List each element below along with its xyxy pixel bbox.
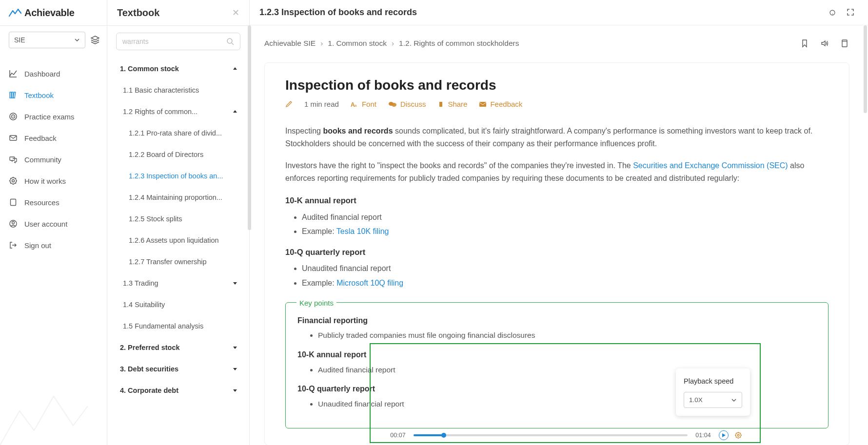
nav-feedback[interactable]: Feedback <box>0 127 107 149</box>
breadcrumb-item[interactable]: 1. Common stock <box>328 39 387 48</box>
nav-label: Textbook <box>24 91 54 99</box>
brand-text: Achievable <box>24 7 75 19</box>
audio-player-bar: 00:07 01:04 <box>388 430 742 440</box>
main-content: 1.2.3 Inspection of books and records Ac… <box>250 0 868 445</box>
volume-icon[interactable] <box>820 39 829 48</box>
close-icon[interactable]: ✕ <box>232 7 239 18</box>
discuss-link[interactable]: Discuss <box>388 100 426 108</box>
tree-node-label: 1.2.3 Inspection of books an... <box>129 172 237 180</box>
paragraph: Inspecting books and records sounds comp… <box>285 125 829 150</box>
play-button[interactable] <box>719 430 729 440</box>
tree-node-label: 2. Preferred stock <box>120 344 233 351</box>
document-icon <box>9 198 20 207</box>
article-card: Inspection of books and records 1 min re… <box>264 62 849 445</box>
speed-select[interactable]: 1.0X <box>684 392 742 408</box>
breadcrumb-item[interactable]: Achievable SIE <box>264 39 316 48</box>
sec-link[interactable]: Securities and Exchange Commission (SEC) <box>633 161 788 170</box>
tree-node[interactable]: 1. Common stock <box>107 58 249 79</box>
book-icon[interactable] <box>841 39 848 48</box>
list-item: Audited financial report <box>302 211 829 224</box>
caret-down-icon[interactable] <box>233 345 237 350</box>
tree-node-label: 1.4 Suitability <box>123 301 237 309</box>
tree-node-label: 3. Debt securities <box>120 365 233 373</box>
svg-point-31 <box>737 434 739 436</box>
edit-icon[interactable] <box>285 100 293 108</box>
caret-down-icon[interactable] <box>233 388 237 393</box>
tree-node[interactable]: 1.5 Fundamental analysis <box>107 315 249 337</box>
nav-how-it-works[interactable]: How it works <box>0 170 107 192</box>
svg-marker-29 <box>722 433 726 437</box>
brand-logo: Achievable <box>0 0 107 25</box>
settings-icon[interactable] <box>734 431 742 439</box>
tree-node[interactable]: 1.2.2 Board of Directors <box>107 144 249 165</box>
bookmark-icon[interactable] <box>801 39 809 48</box>
nav-user-account[interactable]: User account <box>0 213 107 234</box>
svg-marker-17 <box>233 282 237 285</box>
tree-node[interactable]: 1.2.6 Assets upon liquidation <box>107 230 249 251</box>
svg-point-13 <box>227 39 232 43</box>
breadcrumb-item[interactable]: 1.2. Rights of common stockholders <box>399 39 519 48</box>
kp-heading: 10-K annual report <box>297 348 816 361</box>
envelope-icon <box>479 101 487 107</box>
nav-label: Dashboard <box>24 70 60 78</box>
nav-sign-out[interactable]: Sign out <box>0 234 107 256</box>
tree-scroll[interactable]: 1. Common stock1.1 Basic characteristics… <box>107 54 249 445</box>
caret-down-icon[interactable] <box>233 367 237 371</box>
microsoft-link[interactable]: Microsoft 10Q filing <box>336 279 403 287</box>
list-item: Publicly traded companies must file ongo… <box>318 329 816 342</box>
search-input-wrap[interactable] <box>116 33 240 50</box>
nav-dashboard[interactable]: Dashboard <box>0 63 107 84</box>
tree-node[interactable]: 2. Preferred stock <box>107 337 249 358</box>
textbook-tree-panel: Textbook ✕ 1. Common stock1.1 Basic char… <box>107 0 250 445</box>
caret-up-icon[interactable] <box>233 66 237 71</box>
audio-progress[interactable] <box>414 434 688 436</box>
tree-node-label: 1.3 Trading <box>123 279 233 287</box>
nav-resources[interactable]: Resources <box>0 192 107 213</box>
nav-community[interactable]: Community <box>0 149 107 170</box>
tree-node[interactable]: 3. Debt securities <box>107 358 249 380</box>
breadcrumb: Achievable SIE › 1. Common stock › 1.2. … <box>250 25 868 51</box>
tree-node[interactable]: 1.1 Basic characteristics <box>107 79 249 101</box>
svg-marker-18 <box>233 347 237 349</box>
layers-icon[interactable] <box>90 35 100 45</box>
tree-node[interactable]: 1.2.7 Transfer ownership <box>107 251 249 272</box>
feedback-link[interactable]: Feedback <box>479 100 522 108</box>
tree-node-label: 1.2.6 Assets upon liquidation <box>129 236 237 244</box>
svg-rect-22 <box>842 40 847 47</box>
theme-icon[interactable] <box>828 8 837 17</box>
search-input[interactable] <box>122 38 226 45</box>
tree-node[interactable]: 1.2 Rights of common... <box>107 101 249 122</box>
nav-label: How it works <box>24 177 66 185</box>
caret-down-icon[interactable] <box>233 281 237 286</box>
course-select-value: SIE <box>14 36 74 44</box>
list-item: Unaudited financial report <box>302 262 829 275</box>
tesla-link[interactable]: Tesla 10K filing <box>336 227 389 235</box>
share-link[interactable]: Share <box>437 100 467 108</box>
gear-icon <box>9 176 20 185</box>
target-icon <box>9 112 20 121</box>
tree-node[interactable]: 1.2.1 Pro-rata share of divid... <box>107 122 249 144</box>
tree-node[interactable]: 4. Corporate debt <box>107 380 249 401</box>
caret-up-icon[interactable] <box>233 109 237 114</box>
envelope-icon <box>9 134 20 142</box>
tree-node[interactable]: 1.3 Trading <box>107 272 249 294</box>
font-link[interactable]: Aa Font <box>351 100 376 108</box>
course-select[interactable]: SIE <box>9 32 85 48</box>
tree-node-label: 1.2.4 Maintaining proportion... <box>129 193 237 201</box>
scrollbar-handle[interactable] <box>864 25 867 113</box>
tree-node-label: 1.2.2 Board of Directors <box>129 151 237 158</box>
chevron-down-icon <box>74 37 80 43</box>
tree-node-label: 1.2.7 Transfer ownership <box>129 258 237 266</box>
tree-node[interactable]: 1.2.5 Stock splits <box>107 208 249 230</box>
progress-knob[interactable] <box>441 433 446 438</box>
tree-node[interactable]: 1.2.3 Inspection of books an... <box>107 165 249 187</box>
time-total: 01:04 <box>693 432 713 439</box>
playback-speed-popup: Playback speed 1.0X <box>676 368 750 416</box>
nav-textbook[interactable]: Textbook <box>0 84 107 106</box>
article-title: Inspection of books and records <box>285 77 829 93</box>
fullscreen-icon[interactable] <box>847 8 854 17</box>
nav-practice-exams[interactable]: Practice exams <box>0 106 107 127</box>
tree-node[interactable]: 1.2.4 Maintaining proportion... <box>107 187 249 208</box>
tree-node[interactable]: 1.4 Suitability <box>107 294 249 315</box>
svg-point-27 <box>392 103 396 107</box>
